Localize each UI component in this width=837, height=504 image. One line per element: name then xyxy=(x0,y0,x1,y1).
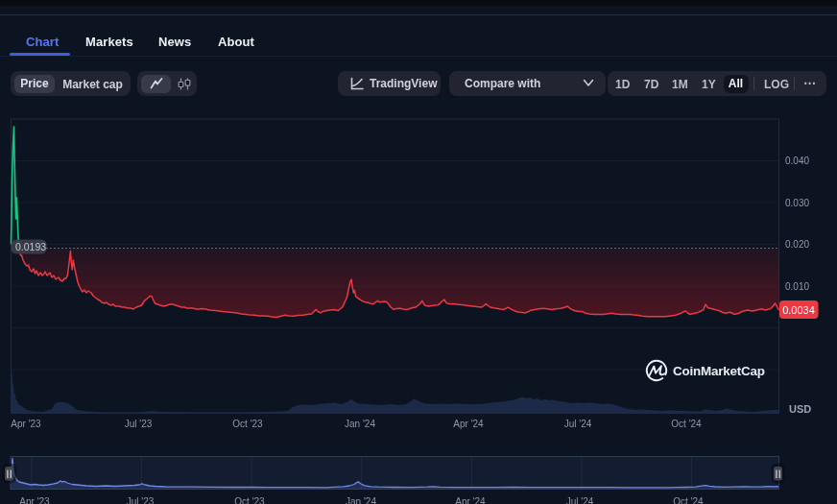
svg-text:CoinMarketCap: CoinMarketCap xyxy=(673,364,765,378)
svg-text:Jan '24: Jan '24 xyxy=(345,419,375,429)
svg-text:Jul '23: Jul '23 xyxy=(125,419,153,429)
svg-text:Apr '24: Apr '24 xyxy=(453,419,484,429)
svg-text:0.040: 0.040 xyxy=(785,156,809,166)
svg-text:Jul '24: Jul '24 xyxy=(564,419,592,429)
svg-text:Jul '23: Jul '23 xyxy=(127,496,155,504)
svg-text:0.0193: 0.0193 xyxy=(15,241,46,252)
svg-text:Apr '23: Apr '23 xyxy=(11,419,41,429)
svg-text:0.030: 0.030 xyxy=(785,198,809,208)
svg-text:Jul '24: Jul '24 xyxy=(566,496,594,504)
svg-text:Oct '23: Oct '23 xyxy=(232,419,263,429)
svg-text:Apr '24: Apr '24 xyxy=(455,496,486,504)
svg-text:0.020: 0.020 xyxy=(785,239,809,250)
svg-text:0.0034: 0.0034 xyxy=(782,304,815,316)
svg-text:0.010: 0.010 xyxy=(785,281,809,292)
svg-text:Apr '23: Apr '23 xyxy=(19,496,50,504)
svg-text:Oct '23: Oct '23 xyxy=(234,496,265,504)
svg-text:Oct '24: Oct '24 xyxy=(673,496,704,504)
svg-text:Jan '24: Jan '24 xyxy=(346,496,376,504)
svg-text:Oct '24: Oct '24 xyxy=(671,419,702,429)
svg-text:USD: USD xyxy=(789,403,811,415)
